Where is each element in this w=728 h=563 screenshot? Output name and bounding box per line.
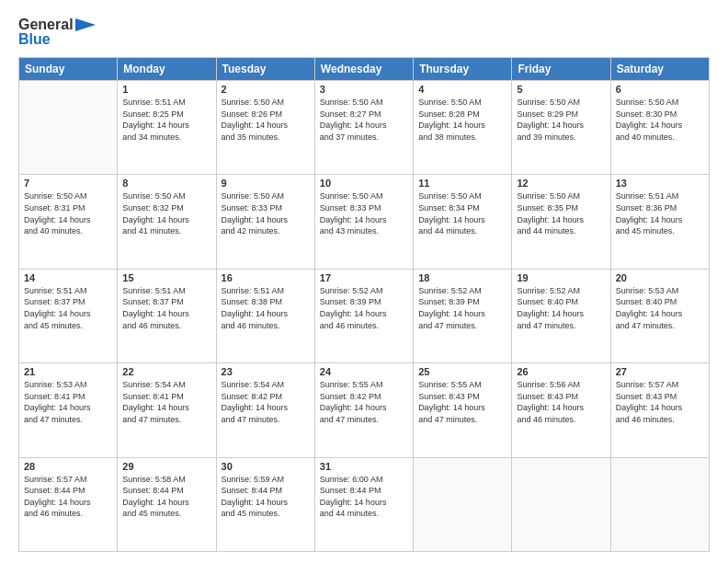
calendar-cell: 26Sunrise: 5:56 AMSunset: 8:43 PMDayligh… <box>512 363 610 457</box>
calendar-cell: 4Sunrise: 5:50 AMSunset: 8:28 PMDaylight… <box>414 81 512 175</box>
day-info: Sunrise: 5:50 AMSunset: 8:35 PMDaylight:… <box>517 190 605 236</box>
day-info: Sunrise: 5:51 AMSunset: 8:37 PMDaylight:… <box>122 285 210 331</box>
day-info: Sunrise: 5:59 AMSunset: 8:44 PMDaylight:… <box>222 474 310 520</box>
day-info: Sunrise: 5:51 AMSunset: 8:36 PMDaylight:… <box>616 190 704 236</box>
weekday-header-monday: Monday <box>118 58 216 81</box>
day-number: 13 <box>616 178 704 189</box>
calendar-cell: 5Sunrise: 5:50 AMSunset: 8:29 PMDaylight… <box>512 81 610 175</box>
day-info: Sunrise: 5:50 AMSunset: 8:30 PMDaylight:… <box>616 97 704 143</box>
day-number: 6 <box>616 84 704 95</box>
calendar-cell: 21Sunrise: 5:53 AMSunset: 8:41 PMDayligh… <box>19 363 118 457</box>
week-row-0: 1Sunrise: 5:51 AMSunset: 8:25 PMDaylight… <box>19 81 710 175</box>
calendar-cell: 29Sunrise: 5:58 AMSunset: 8:44 PMDayligh… <box>118 457 216 551</box>
day-number: 2 <box>222 84 310 95</box>
day-number: 19 <box>517 272 605 283</box>
day-info: Sunrise: 5:50 AMSunset: 8:26 PMDaylight:… <box>222 97 310 143</box>
day-info: Sunrise: 5:54 AMSunset: 8:41 PMDaylight:… <box>122 379 210 425</box>
weekday-header-wednesday: Wednesday <box>314 58 413 81</box>
day-info: Sunrise: 5:50 AMSunset: 8:33 PMDaylight:… <box>222 190 310 236</box>
day-number: 10 <box>320 178 408 189</box>
day-info: Sunrise: 5:52 AMSunset: 8:39 PMDaylight:… <box>418 285 506 331</box>
calendar-cell: 12Sunrise: 5:50 AMSunset: 8:35 PMDayligh… <box>512 175 610 269</box>
day-info: Sunrise: 5:58 AMSunset: 8:44 PMDaylight:… <box>122 474 210 520</box>
day-number: 7 <box>24 178 112 189</box>
calendar-cell: 28Sunrise: 5:57 AMSunset: 8:44 PMDayligh… <box>19 457 118 551</box>
day-info: Sunrise: 5:51 AMSunset: 8:37 PMDaylight:… <box>24 285 112 331</box>
weekday-header-row: SundayMondayTuesdayWednesdayThursdayFrid… <box>19 58 710 81</box>
day-info: Sunrise: 5:57 AMSunset: 8:44 PMDaylight:… <box>24 474 112 520</box>
day-number: 22 <box>122 366 210 377</box>
week-row-4: 28Sunrise: 5:57 AMSunset: 8:44 PMDayligh… <box>19 457 710 551</box>
day-number: 23 <box>222 366 310 377</box>
day-number: 11 <box>418 178 506 189</box>
calendar-cell: 22Sunrise: 5:54 AMSunset: 8:41 PMDayligh… <box>118 363 216 457</box>
day-number: 16 <box>222 272 310 283</box>
day-info: Sunrise: 5:57 AMSunset: 8:43 PMDaylight:… <box>616 379 704 425</box>
day-number: 1 <box>122 84 210 95</box>
day-number: 30 <box>222 461 310 472</box>
day-info: Sunrise: 5:55 AMSunset: 8:42 PMDaylight:… <box>320 379 408 425</box>
day-info: Sunrise: 5:51 AMSunset: 8:38 PMDaylight:… <box>222 285 310 331</box>
day-info: Sunrise: 6:00 AMSunset: 8:44 PMDaylight:… <box>320 474 408 520</box>
day-number: 12 <box>517 178 605 189</box>
day-info: Sunrise: 5:50 AMSunset: 8:29 PMDaylight:… <box>517 97 605 143</box>
day-info: Sunrise: 5:52 AMSunset: 8:40 PMDaylight:… <box>517 285 605 331</box>
calendar-cell: 18Sunrise: 5:52 AMSunset: 8:39 PMDayligh… <box>414 269 512 362</box>
day-number: 24 <box>320 366 408 377</box>
svg-marker-0 <box>75 18 96 31</box>
page: General Blue SundayMondayTuesdayWednesda… <box>0 0 728 563</box>
day-info: Sunrise: 5:50 AMSunset: 8:31 PMDaylight:… <box>24 190 112 236</box>
calendar-cell: 16Sunrise: 5:51 AMSunset: 8:38 PMDayligh… <box>216 269 314 362</box>
calendar-cell <box>414 457 512 551</box>
day-info: Sunrise: 5:50 AMSunset: 8:34 PMDaylight:… <box>418 190 506 236</box>
day-number: 27 <box>616 366 704 377</box>
day-number: 14 <box>24 272 112 283</box>
calendar-cell: 25Sunrise: 5:55 AMSunset: 8:43 PMDayligh… <box>414 363 512 457</box>
day-number: 28 <box>24 461 112 472</box>
day-info: Sunrise: 5:55 AMSunset: 8:43 PMDaylight:… <box>418 379 506 425</box>
day-info: Sunrise: 5:52 AMSunset: 8:39 PMDaylight:… <box>320 285 408 331</box>
day-number: 3 <box>320 84 408 95</box>
calendar-cell: 30Sunrise: 5:59 AMSunset: 8:44 PMDayligh… <box>216 457 314 551</box>
calendar-cell <box>512 457 610 551</box>
day-number: 18 <box>418 272 506 283</box>
week-row-3: 21Sunrise: 5:53 AMSunset: 8:41 PMDayligh… <box>19 363 710 457</box>
day-number: 8 <box>122 178 210 189</box>
logo-blue: Blue <box>18 31 51 48</box>
day-info: Sunrise: 5:50 AMSunset: 8:28 PMDaylight:… <box>418 97 506 143</box>
week-row-2: 14Sunrise: 5:51 AMSunset: 8:37 PMDayligh… <box>19 269 710 362</box>
day-info: Sunrise: 5:50 AMSunset: 8:33 PMDaylight:… <box>320 190 408 236</box>
day-number: 5 <box>517 84 605 95</box>
weekday-header-tuesday: Tuesday <box>216 58 314 81</box>
week-row-1: 7Sunrise: 5:50 AMSunset: 8:31 PMDaylight… <box>19 175 710 269</box>
calendar-cell: 15Sunrise: 5:51 AMSunset: 8:37 PMDayligh… <box>118 269 216 362</box>
day-number: 9 <box>222 178 310 189</box>
calendar-cell: 27Sunrise: 5:57 AMSunset: 8:43 PMDayligh… <box>610 363 709 457</box>
day-info: Sunrise: 5:53 AMSunset: 8:41 PMDaylight:… <box>24 379 112 425</box>
calendar-table: SundayMondayTuesdayWednesdayThursdayFrid… <box>18 57 710 552</box>
calendar-cell: 6Sunrise: 5:50 AMSunset: 8:30 PMDaylight… <box>610 81 709 175</box>
day-number: 15 <box>122 272 210 283</box>
day-info: Sunrise: 5:53 AMSunset: 8:40 PMDaylight:… <box>616 285 704 331</box>
calendar-cell: 10Sunrise: 5:50 AMSunset: 8:33 PMDayligh… <box>314 175 413 269</box>
day-number: 4 <box>418 84 506 95</box>
day-number: 25 <box>418 366 506 377</box>
day-info: Sunrise: 5:56 AMSunset: 8:43 PMDaylight:… <box>517 379 605 425</box>
weekday-header-friday: Friday <box>512 58 610 81</box>
day-number: 21 <box>24 366 112 377</box>
calendar-cell: 14Sunrise: 5:51 AMSunset: 8:37 PMDayligh… <box>19 269 118 362</box>
calendar-cell: 13Sunrise: 5:51 AMSunset: 8:36 PMDayligh… <box>610 175 709 269</box>
day-number: 26 <box>517 366 605 377</box>
day-number: 20 <box>616 272 704 283</box>
calendar-cell: 2Sunrise: 5:50 AMSunset: 8:26 PMDaylight… <box>216 81 314 175</box>
day-info: Sunrise: 5:50 AMSunset: 8:32 PMDaylight:… <box>122 190 210 236</box>
header: General Blue <box>18 17 710 48</box>
weekday-header-saturday: Saturday <box>610 58 709 81</box>
day-info: Sunrise: 5:51 AMSunset: 8:25 PMDaylight:… <box>122 97 210 143</box>
calendar-cell: 24Sunrise: 5:55 AMSunset: 8:42 PMDayligh… <box>314 363 413 457</box>
day-info: Sunrise: 5:54 AMSunset: 8:42 PMDaylight:… <box>222 379 310 425</box>
calendar-cell: 7Sunrise: 5:50 AMSunset: 8:31 PMDaylight… <box>19 175 118 269</box>
day-info: Sunrise: 5:50 AMSunset: 8:27 PMDaylight:… <box>320 97 408 143</box>
calendar-cell: 11Sunrise: 5:50 AMSunset: 8:34 PMDayligh… <box>414 175 512 269</box>
calendar-cell: 31Sunrise: 6:00 AMSunset: 8:44 PMDayligh… <box>314 457 413 551</box>
